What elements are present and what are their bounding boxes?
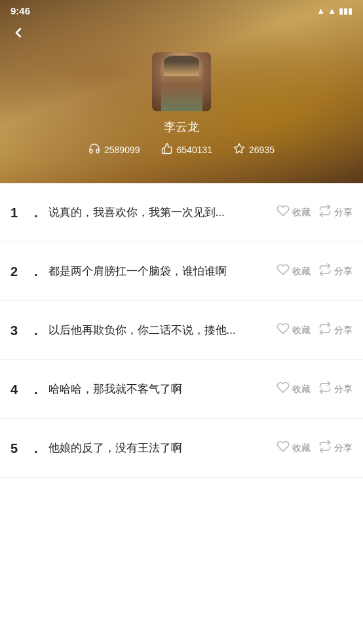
- item-number-group: 5 .: [10, 442, 43, 455]
- item-dot: .: [34, 383, 38, 396]
- back-button[interactable]: [10, 25, 26, 45]
- item-number: 4: [10, 383, 31, 396]
- item-dot: .: [34, 324, 38, 337]
- list-item: 5 . 他娘的反了，没有王法了啊 收藏 分享: [0, 419, 363, 478]
- hero-section: 李云龙 2589099 6540131: [0, 0, 363, 183]
- favorite-label[interactable]: 收藏: [292, 384, 311, 395]
- stat-stars: 26935: [233, 143, 275, 157]
- status-time: 9:46: [10, 5, 30, 16]
- item-dot: .: [34, 265, 38, 278]
- battery-icon: ▮▮▮: [339, 6, 353, 16]
- hero-stats: 2589099 6540131 26935: [88, 143, 275, 157]
- star-icon: [233, 143, 245, 157]
- list-item: 2 . 都是两个肩膀扛一个脑袋，谁怕谁啊 收藏 分享: [0, 242, 363, 301]
- share-icon[interactable]: [318, 381, 332, 397]
- item-number-group: 3 .: [10, 324, 43, 337]
- favorite-heart-icon[interactable]: [277, 381, 290, 397]
- likes-count: 6540131: [177, 145, 213, 155]
- thumbup-icon: [161, 143, 173, 157]
- list-item: 1 . 说真的，我喜欢你，我第一次见到... 收藏 分享: [0, 183, 363, 242]
- item-number: 2: [10, 265, 31, 278]
- avatar: [152, 52, 211, 111]
- list-item: 4 . 哈哈哈，那我就不客气了啊 收藏 分享: [0, 360, 363, 419]
- favorite-heart-icon[interactable]: [277, 263, 290, 279]
- item-text: 说真的，我喜欢你，我第一次见到...: [48, 204, 269, 221]
- network-icon: ▲: [316, 6, 325, 16]
- item-number-group: 4 .: [10, 383, 43, 396]
- item-text: 他娘的反了，没有王法了啊: [48, 440, 269, 457]
- share-icon[interactable]: [318, 204, 332, 221]
- stars-count: 26935: [249, 145, 275, 155]
- share-label[interactable]: 分享: [334, 266, 353, 277]
- item-text: 哈哈哈，那我就不客气了啊: [48, 381, 269, 398]
- item-actions: 收藏 分享: [277, 204, 353, 221]
- favorite-label[interactable]: 收藏: [292, 207, 311, 219]
- headphone-icon: [88, 143, 100, 157]
- item-dot: .: [34, 206, 38, 219]
- item-actions: 收藏 分享: [277, 263, 353, 279]
- item-number: 3: [10, 324, 31, 337]
- share-label[interactable]: 分享: [334, 207, 353, 219]
- favorite-heart-icon[interactable]: [277, 204, 290, 221]
- svg-marker-0: [235, 144, 244, 153]
- quotes-list: 1 . 说真的，我喜欢你，我第一次见到... 收藏 分享: [0, 183, 363, 478]
- stat-listens: 2589099: [88, 143, 140, 157]
- share-label[interactable]: 分享: [334, 384, 353, 395]
- item-number-group: 2 .: [10, 265, 43, 278]
- listens-count: 2589099: [104, 145, 140, 155]
- item-text: 都是两个肩膀扛一个脑袋，谁怕谁啊: [48, 263, 269, 280]
- share-label[interactable]: 分享: [334, 442, 353, 454]
- profile-name: 李云龙: [164, 119, 199, 135]
- favorite-label[interactable]: 收藏: [292, 325, 311, 336]
- item-number-group: 1 .: [10, 206, 43, 219]
- list-item: 3 . 以后他再欺负你，你二话不说，揍他... 收藏 分享: [0, 301, 363, 360]
- item-text: 以后他再欺负你，你二话不说，揍他...: [48, 322, 269, 339]
- share-label[interactable]: 分享: [334, 325, 353, 336]
- favorite-heart-icon[interactable]: [277, 322, 290, 338]
- item-number: 5: [10, 442, 31, 455]
- item-actions: 收藏 分享: [277, 381, 353, 397]
- status-bar: 9:46 ▲ ▲ ▮▮▮: [0, 0, 363, 19]
- item-actions: 收藏 分享: [277, 440, 353, 456]
- item-actions: 收藏 分享: [277, 322, 353, 338]
- favorite-label[interactable]: 收藏: [292, 442, 311, 454]
- share-icon[interactable]: [318, 440, 332, 456]
- favorite-heart-icon[interactable]: [277, 440, 290, 456]
- item-number: 1: [10, 206, 31, 219]
- share-icon[interactable]: [318, 322, 332, 338]
- share-icon[interactable]: [318, 263, 332, 279]
- item-dot: .: [34, 442, 38, 455]
- status-icons: ▲ ▲ ▮▮▮: [316, 6, 353, 16]
- stat-likes: 6540131: [161, 143, 213, 157]
- signal-icon: ▲: [328, 6, 336, 16]
- favorite-label[interactable]: 收藏: [292, 266, 311, 277]
